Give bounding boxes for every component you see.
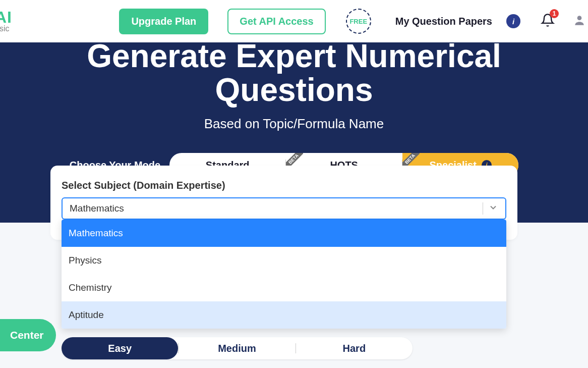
help-center-button[interactable]: Center <box>0 319 56 351</box>
difficulty-tab-hard[interactable]: Hard <box>296 337 413 359</box>
subject-dropdown-list: Mathematics Physics Chemistry Aptitude <box>62 220 506 329</box>
logo[interactable]: AI asic <box>0 9 12 33</box>
notifications-button[interactable]: 1 <box>541 13 555 29</box>
logo-subtext: asic <box>0 24 9 33</box>
chevron-down-icon <box>488 202 498 215</box>
page-title: Generate Expert Numerical Questions <box>0 39 588 107</box>
title-line-1: Generate Expert Numerical <box>87 38 501 74</box>
subject-option-chemistry[interactable]: Chemistry <box>62 274 506 301</box>
svg-point-0 <box>577 16 582 20</box>
difficulty-tabs: Easy Medium Hard <box>62 337 413 359</box>
subject-select[interactable]: Mathematics <box>62 197 506 220</box>
my-question-papers-link[interactable]: My Question Papers <box>395 16 492 27</box>
subject-option-mathematics[interactable]: Mathematics <box>62 220 506 247</box>
difficulty-tab-easy[interactable]: Easy <box>62 337 178 359</box>
top-header: AI asic Upgrade Plan Get API Access FREE… <box>0 0 588 42</box>
title-line-2: Questions <box>215 72 373 108</box>
user-menu-button[interactable] <box>573 14 586 29</box>
free-badge[interactable]: FREE <box>346 9 371 34</box>
subject-select-value: Mathematics <box>70 203 483 214</box>
notification-count-badge: 1 <box>550 9 559 18</box>
get-api-access-button[interactable]: Get API Access <box>227 9 325 34</box>
subject-field-label: Select Subject (Domain Expertise) <box>62 180 506 191</box>
subject-option-aptitude[interactable]: Aptitude <box>62 301 506 329</box>
subject-option-physics[interactable]: Physics <box>62 247 506 274</box>
logo-text: AI <box>0 9 12 25</box>
upgrade-plan-button[interactable]: Upgrade Plan <box>119 9 208 34</box>
page-subtitle: Based on Topic/Formula Name <box>0 116 588 132</box>
info-icon[interactable]: i <box>506 14 520 28</box>
user-icon <box>573 14 586 27</box>
divider <box>483 202 483 215</box>
difficulty-tab-medium[interactable]: Medium <box>179 337 295 359</box>
